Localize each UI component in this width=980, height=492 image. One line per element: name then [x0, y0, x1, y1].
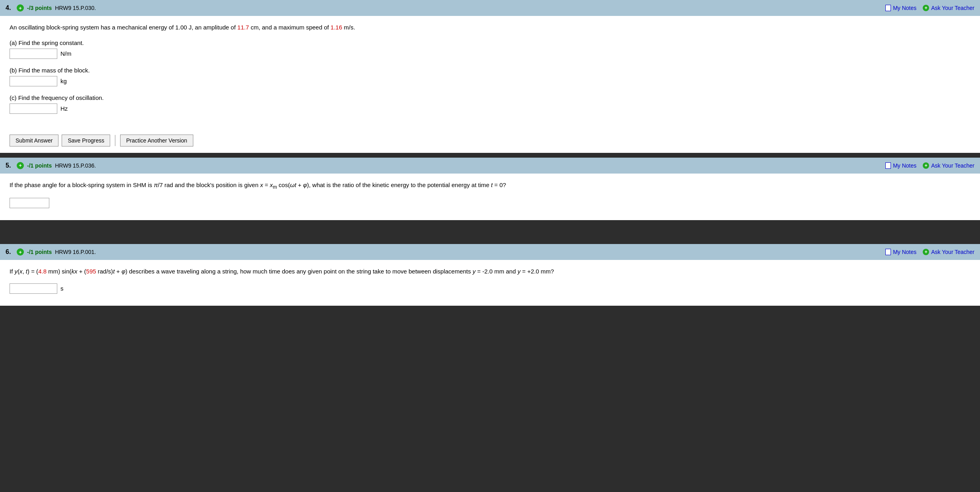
answer-input-6[interactable]	[10, 283, 57, 294]
input-row-6: s	[10, 283, 970, 294]
sub-question-4a-label: (a) Find the spring constant.	[10, 39, 970, 46]
question-5-text: If the phase angle for a block-spring sy…	[10, 181, 970, 191]
sub-question-4c-label: (c) Find the frequency of oscillation.	[10, 94, 970, 101]
my-notes-button-4[interactable]: My Notes	[885, 5, 916, 11]
header-right-4: My Notes + Ask Your Teacher	[885, 5, 974, 11]
question-5-header: 5. + -/1 points HRW9 15.P.036. My Notes …	[0, 158, 980, 174]
answer-input-4b[interactable]	[10, 76, 57, 86]
ask-teacher-label-6: Ask Your Teacher	[931, 249, 974, 255]
my-notes-label-4: My Notes	[893, 5, 916, 11]
input-row-4a: N/m	[10, 49, 970, 59]
sub-question-4b: (b) Find the mass of the block. kg	[10, 67, 970, 86]
green-circle-4: +	[17, 4, 24, 12]
header-right-5: My Notes + Ask Your Teacher	[885, 162, 974, 169]
ask-teacher-button-4[interactable]: + Ask Your Teacher	[923, 5, 974, 11]
q4-text-part2: cm, and a maximum speed of	[249, 24, 331, 31]
q4-speed-value: 1.16	[331, 24, 342, 31]
unit-label-4a: N/m	[60, 50, 72, 57]
practice-version-button-4[interactable]: Practice Another Version	[120, 135, 193, 146]
question-4-text: An oscillating block-spring system has a…	[10, 23, 970, 32]
points-label-4: -/3 points	[27, 5, 52, 11]
answer-input-4a[interactable]	[10, 49, 57, 59]
question-4-content: An oscillating block-spring system has a…	[0, 16, 980, 130]
unit-label-4c: Hz	[60, 105, 68, 112]
input-row-4b: kg	[10, 76, 970, 86]
problem-id-5: HRW9 15.P.036.	[55, 162, 96, 169]
header-left-5: 5. + -/1 points HRW9 15.P.036.	[6, 162, 96, 169]
my-notes-button-6[interactable]: My Notes	[885, 249, 916, 255]
ask-teacher-button-6[interactable]: + Ask Your Teacher	[923, 249, 974, 255]
button-bar-4: Submit Answer Save Progress Practice Ano…	[0, 130, 980, 153]
ask-teacher-label-5: Ask Your Teacher	[931, 162, 974, 169]
question-4-header: 4. + -/3 points HRW9 15.P.030. My Notes …	[0, 0, 980, 16]
ask-teacher-icon-4: +	[923, 5, 929, 11]
separator-4	[115, 135, 115, 146]
answer-input-4c[interactable]	[10, 103, 57, 114]
q4-text-part3: m/s.	[342, 24, 355, 31]
input-row-4c: Hz	[10, 103, 970, 114]
points-label-6: -/1 points	[27, 249, 52, 255]
header-left-6: 6. + -/1 points HRW9 16.P.001.	[6, 248, 96, 256]
question-6-text: If y(x, t) = (4.8 mm) sin(kx + (595 rad/…	[10, 267, 970, 276]
problem-id-4: HRW9 15.P.030.	[55, 5, 96, 11]
question-4-block: 4. + -/3 points HRW9 15.P.030. My Notes …	[0, 0, 980, 153]
my-notes-label-6: My Notes	[893, 249, 916, 255]
header-left-4: 4. + -/3 points HRW9 15.P.030.	[6, 4, 96, 12]
header-right-6: My Notes + Ask Your Teacher	[885, 249, 974, 255]
q6-speed-value: 595	[86, 268, 96, 275]
question-6-content: If y(x, t) = (4.8 mm) sin(kx + (595 rad/…	[0, 260, 980, 306]
q4-amplitude-value: 11.7	[237, 24, 249, 31]
question-6-header: 6. + -/1 points HRW9 16.P.001. My Notes …	[0, 244, 980, 260]
notes-icon-6	[885, 249, 891, 255]
sub-question-4c: (c) Find the frequency of oscillation. H…	[10, 94, 970, 114]
question-5-number: 5.	[6, 162, 14, 169]
save-progress-button-4[interactable]: Save Progress	[62, 135, 110, 146]
green-circle-6: +	[17, 248, 24, 256]
question-4-number: 4.	[6, 4, 14, 12]
answer-input-5[interactable]	[10, 198, 49, 208]
question-5-content: If the phase angle for a block-spring sy…	[0, 174, 980, 221]
submit-answer-button-4[interactable]: Submit Answer	[10, 135, 58, 146]
q4-text-part1: An oscillating block-spring system has a…	[10, 24, 237, 31]
green-circle-5: +	[17, 162, 24, 169]
sub-question-4b-label: (b) Find the mass of the block.	[10, 67, 970, 74]
q5-text-main: If the phase angle for a block-spring sy…	[10, 182, 506, 188]
points-label-5: -/1 points	[27, 162, 52, 169]
my-notes-label-5: My Notes	[893, 162, 916, 169]
sub-question-4a: (a) Find the spring constant. N/m	[10, 39, 970, 59]
unit-label-4b: kg	[60, 78, 67, 84]
q6-text-main: If y(x, t) = (4.8 mm) sin(kx + (595 rad/…	[10, 268, 554, 275]
unit-label-6: s	[60, 285, 64, 292]
q6-y-value: 4.8	[38, 268, 47, 275]
question-6-block: 6. + -/1 points HRW9 16.P.001. My Notes …	[0, 244, 980, 306]
notes-icon-4	[885, 5, 891, 11]
ask-teacher-label-4: Ask Your Teacher	[931, 5, 974, 11]
question-5-block: 5. + -/1 points HRW9 15.P.036. My Notes …	[0, 158, 980, 221]
question-6-number: 6.	[6, 248, 14, 256]
my-notes-button-5[interactable]: My Notes	[885, 162, 916, 169]
notes-icon-5	[885, 162, 891, 169]
ask-teacher-button-5[interactable]: + Ask Your Teacher	[923, 162, 974, 169]
dark-divider-1	[0, 153, 980, 158]
ask-teacher-icon-5: +	[923, 162, 929, 169]
ask-teacher-icon-6: +	[923, 249, 929, 255]
problem-id-6: HRW9 16.P.001.	[55, 249, 96, 255]
dark-section-2	[0, 220, 980, 244]
